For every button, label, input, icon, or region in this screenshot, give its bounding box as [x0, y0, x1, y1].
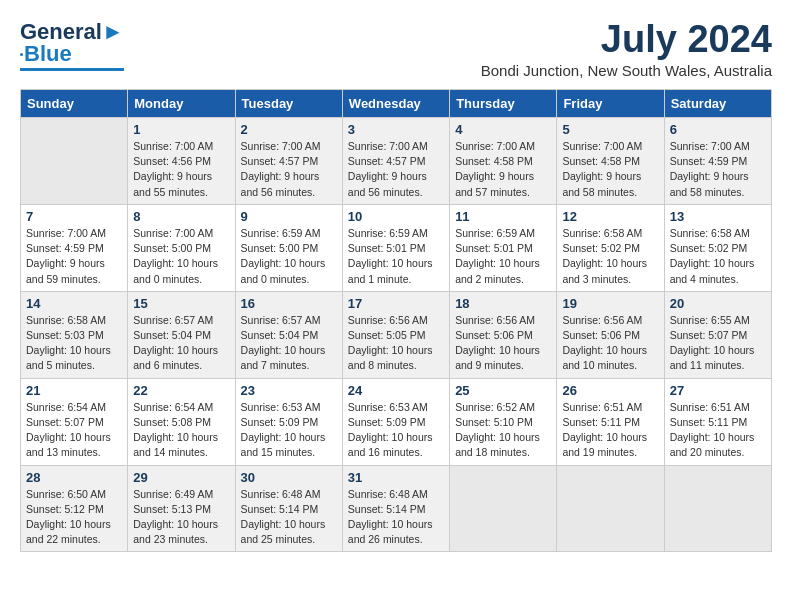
calendar-day-cell: 11Sunrise: 6:59 AMSunset: 5:01 PMDayligh…	[450, 204, 557, 291]
day-info: Sunrise: 7:00 AMSunset: 4:57 PMDaylight:…	[348, 139, 444, 200]
day-number: 8	[133, 209, 229, 224]
day-number: 27	[670, 383, 766, 398]
day-number: 14	[26, 296, 122, 311]
weekday-header-tuesday: Tuesday	[235, 90, 342, 118]
day-number: 2	[241, 122, 337, 137]
day-info: Sunrise: 7:00 AMSunset: 4:59 PMDaylight:…	[26, 226, 122, 287]
day-info: Sunrise: 6:48 AMSunset: 5:14 PMDaylight:…	[348, 487, 444, 548]
calendar-day-cell: 30Sunrise: 6:48 AMSunset: 5:14 PMDayligh…	[235, 465, 342, 552]
calendar-day-cell: 27Sunrise: 6:51 AMSunset: 5:11 PMDayligh…	[664, 378, 771, 465]
day-number: 31	[348, 470, 444, 485]
day-info: Sunrise: 6:56 AMSunset: 5:06 PMDaylight:…	[455, 313, 551, 374]
calendar-day-cell: 3Sunrise: 7:00 AMSunset: 4:57 PMDaylight…	[342, 118, 449, 205]
page-header: General► Blue July 2024 Bondi Junction, …	[20, 20, 772, 79]
day-info: Sunrise: 7:00 AMSunset: 4:56 PMDaylight:…	[133, 139, 229, 200]
day-info: Sunrise: 6:54 AMSunset: 5:08 PMDaylight:…	[133, 400, 229, 461]
calendar-week-row: 28Sunrise: 6:50 AMSunset: 5:12 PMDayligh…	[21, 465, 772, 552]
day-number: 21	[26, 383, 122, 398]
calendar-day-cell: 28Sunrise: 6:50 AMSunset: 5:12 PMDayligh…	[21, 465, 128, 552]
logo-blue: Blue	[24, 42, 72, 66]
calendar-week-row: 21Sunrise: 6:54 AMSunset: 5:07 PMDayligh…	[21, 378, 772, 465]
day-number: 23	[241, 383, 337, 398]
day-number: 28	[26, 470, 122, 485]
calendar-day-cell	[664, 465, 771, 552]
calendar-header-row: SundayMondayTuesdayWednesdayThursdayFrid…	[21, 90, 772, 118]
calendar-day-cell: 8Sunrise: 7:00 AMSunset: 5:00 PMDaylight…	[128, 204, 235, 291]
day-info: Sunrise: 6:58 AMSunset: 5:03 PMDaylight:…	[26, 313, 122, 374]
calendar-day-cell: 25Sunrise: 6:52 AMSunset: 5:10 PMDayligh…	[450, 378, 557, 465]
day-number: 15	[133, 296, 229, 311]
day-number: 22	[133, 383, 229, 398]
weekday-header-monday: Monday	[128, 90, 235, 118]
day-number: 25	[455, 383, 551, 398]
day-number: 13	[670, 209, 766, 224]
location-subtitle: Bondi Junction, New South Wales, Austral…	[481, 62, 772, 79]
calendar-day-cell: 16Sunrise: 6:57 AMSunset: 5:04 PMDayligh…	[235, 291, 342, 378]
logo: General► Blue	[20, 20, 124, 71]
title-block: July 2024 Bondi Junction, New South Wale…	[481, 20, 772, 79]
weekday-header-friday: Friday	[557, 90, 664, 118]
weekday-header-wednesday: Wednesday	[342, 90, 449, 118]
day-info: Sunrise: 6:57 AMSunset: 5:04 PMDaylight:…	[133, 313, 229, 374]
day-number: 3	[348, 122, 444, 137]
calendar-day-cell: 24Sunrise: 6:53 AMSunset: 5:09 PMDayligh…	[342, 378, 449, 465]
calendar-day-cell: 22Sunrise: 6:54 AMSunset: 5:08 PMDayligh…	[128, 378, 235, 465]
calendar-day-cell: 2Sunrise: 7:00 AMSunset: 4:57 PMDaylight…	[235, 118, 342, 205]
calendar-week-row: 1Sunrise: 7:00 AMSunset: 4:56 PMDaylight…	[21, 118, 772, 205]
day-number: 12	[562, 209, 658, 224]
day-info: Sunrise: 6:53 AMSunset: 5:09 PMDaylight:…	[241, 400, 337, 461]
day-info: Sunrise: 6:48 AMSunset: 5:14 PMDaylight:…	[241, 487, 337, 548]
day-number: 5	[562, 122, 658, 137]
day-number: 17	[348, 296, 444, 311]
calendar-day-cell: 10Sunrise: 6:59 AMSunset: 5:01 PMDayligh…	[342, 204, 449, 291]
calendar-day-cell	[21, 118, 128, 205]
day-info: Sunrise: 6:51 AMSunset: 5:11 PMDaylight:…	[670, 400, 766, 461]
weekday-header-thursday: Thursday	[450, 90, 557, 118]
calendar-day-cell: 14Sunrise: 6:58 AMSunset: 5:03 PMDayligh…	[21, 291, 128, 378]
day-number: 18	[455, 296, 551, 311]
calendar-day-cell: 15Sunrise: 6:57 AMSunset: 5:04 PMDayligh…	[128, 291, 235, 378]
day-number: 16	[241, 296, 337, 311]
calendar-table: SundayMondayTuesdayWednesdayThursdayFrid…	[20, 89, 772, 552]
day-number: 19	[562, 296, 658, 311]
calendar-day-cell: 19Sunrise: 6:56 AMSunset: 5:06 PMDayligh…	[557, 291, 664, 378]
day-info: Sunrise: 7:00 AMSunset: 5:00 PMDaylight:…	[133, 226, 229, 287]
day-number: 11	[455, 209, 551, 224]
calendar-day-cell: 29Sunrise: 6:49 AMSunset: 5:13 PMDayligh…	[128, 465, 235, 552]
day-info: Sunrise: 6:59 AMSunset: 5:00 PMDaylight:…	[241, 226, 337, 287]
day-number: 9	[241, 209, 337, 224]
calendar-day-cell: 1Sunrise: 7:00 AMSunset: 4:56 PMDaylight…	[128, 118, 235, 205]
day-number: 26	[562, 383, 658, 398]
day-info: Sunrise: 7:00 AMSunset: 4:57 PMDaylight:…	[241, 139, 337, 200]
day-number: 7	[26, 209, 122, 224]
day-number: 30	[241, 470, 337, 485]
calendar-day-cell: 6Sunrise: 7:00 AMSunset: 4:59 PMDaylight…	[664, 118, 771, 205]
day-info: Sunrise: 6:54 AMSunset: 5:07 PMDaylight:…	[26, 400, 122, 461]
day-info: Sunrise: 6:56 AMSunset: 5:05 PMDaylight:…	[348, 313, 444, 374]
calendar-day-cell: 31Sunrise: 6:48 AMSunset: 5:14 PMDayligh…	[342, 465, 449, 552]
calendar-day-cell	[450, 465, 557, 552]
day-number: 20	[670, 296, 766, 311]
calendar-week-row: 14Sunrise: 6:58 AMSunset: 5:03 PMDayligh…	[21, 291, 772, 378]
day-info: Sunrise: 6:59 AMSunset: 5:01 PMDaylight:…	[348, 226, 444, 287]
month-title: July 2024	[481, 20, 772, 58]
calendar-day-cell: 9Sunrise: 6:59 AMSunset: 5:00 PMDaylight…	[235, 204, 342, 291]
day-info: Sunrise: 6:56 AMSunset: 5:06 PMDaylight:…	[562, 313, 658, 374]
day-info: Sunrise: 7:00 AMSunset: 4:59 PMDaylight:…	[670, 139, 766, 200]
day-info: Sunrise: 6:58 AMSunset: 5:02 PMDaylight:…	[670, 226, 766, 287]
calendar-day-cell: 5Sunrise: 7:00 AMSunset: 4:58 PMDaylight…	[557, 118, 664, 205]
day-info: Sunrise: 6:53 AMSunset: 5:09 PMDaylight:…	[348, 400, 444, 461]
day-number: 6	[670, 122, 766, 137]
day-info: Sunrise: 6:52 AMSunset: 5:10 PMDaylight:…	[455, 400, 551, 461]
day-info: Sunrise: 6:58 AMSunset: 5:02 PMDaylight:…	[562, 226, 658, 287]
weekday-header-saturday: Saturday	[664, 90, 771, 118]
weekday-header-sunday: Sunday	[21, 90, 128, 118]
day-number: 29	[133, 470, 229, 485]
calendar-day-cell: 4Sunrise: 7:00 AMSunset: 4:58 PMDaylight…	[450, 118, 557, 205]
calendar-day-cell	[557, 465, 664, 552]
calendar-week-row: 7Sunrise: 7:00 AMSunset: 4:59 PMDaylight…	[21, 204, 772, 291]
day-info: Sunrise: 6:51 AMSunset: 5:11 PMDaylight:…	[562, 400, 658, 461]
day-info: Sunrise: 6:49 AMSunset: 5:13 PMDaylight:…	[133, 487, 229, 548]
calendar-day-cell: 26Sunrise: 6:51 AMSunset: 5:11 PMDayligh…	[557, 378, 664, 465]
day-info: Sunrise: 7:00 AMSunset: 4:58 PMDaylight:…	[455, 139, 551, 200]
